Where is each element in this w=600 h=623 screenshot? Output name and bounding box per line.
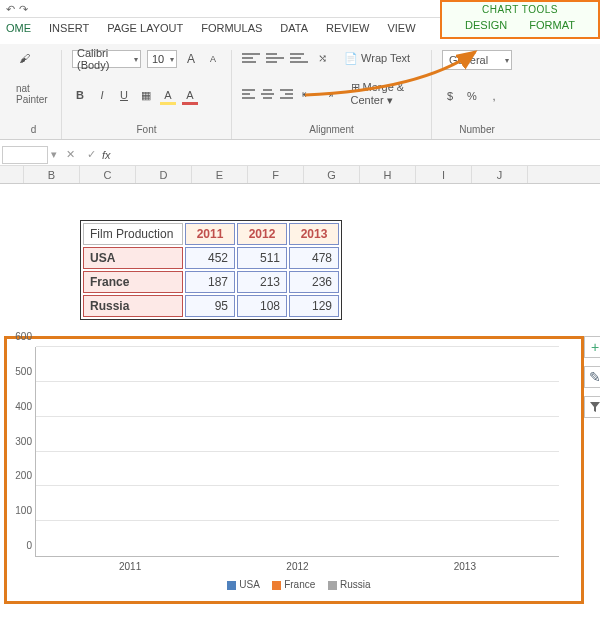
font-color-icon[interactable]: A bbox=[182, 87, 198, 103]
legend-swatch-russia bbox=[328, 581, 337, 590]
align-center-icon[interactable] bbox=[261, 87, 274, 101]
align-middle-icon[interactable] bbox=[266, 51, 284, 65]
tab-data[interactable]: DATA bbox=[280, 22, 308, 34]
ytick-300: 300 bbox=[8, 435, 32, 446]
col-j[interactable]: J bbox=[472, 166, 528, 183]
data-table[interactable]: Film Production 2011 2012 2013 USA 452 5… bbox=[80, 220, 342, 320]
formula-bar: ▾ ✕ ✓ fx bbox=[0, 144, 600, 166]
table-title-cell[interactable]: Film Production bbox=[83, 223, 183, 245]
alignment-group-label: Alignment bbox=[242, 122, 421, 139]
border-icon[interactable]: ▦ bbox=[138, 87, 154, 103]
column-headers: B C D E F G H I J bbox=[0, 166, 600, 184]
cell-france-2012[interactable]: 213 bbox=[237, 271, 287, 293]
format-painter-label: nat Painter bbox=[16, 83, 51, 105]
chart-tools-title: CHART TOOLS bbox=[442, 2, 598, 15]
tab-view[interactable]: VIEW bbox=[387, 22, 415, 34]
col-f[interactable]: F bbox=[248, 166, 304, 183]
cell-usa-2012[interactable]: 511 bbox=[237, 247, 287, 269]
font-name-select[interactable]: Calibri (Body) bbox=[72, 50, 141, 68]
year-2011-header[interactable]: 2011 bbox=[185, 223, 235, 245]
legend-russia: Russia bbox=[340, 579, 371, 590]
cell-usa-2013[interactable]: 478 bbox=[289, 247, 339, 269]
undo-icon[interactable]: ↶ bbox=[6, 3, 15, 16]
embedded-chart[interactable]: 100 200 300 400 500 600 0 2011 2012 2013… bbox=[4, 336, 584, 604]
decrease-indent-icon[interactable]: ⇤ bbox=[299, 86, 315, 102]
legend-usa: USA bbox=[239, 579, 259, 590]
cancel-formula-icon[interactable]: ✕ bbox=[60, 148, 81, 161]
ytick-200: 200 bbox=[8, 470, 32, 481]
cell-france-2011[interactable]: 187 bbox=[185, 271, 235, 293]
enter-formula-icon[interactable]: ✓ bbox=[81, 148, 102, 161]
col-h[interactable]: H bbox=[360, 166, 416, 183]
col-d[interactable]: D bbox=[136, 166, 192, 183]
comma-icon[interactable]: , bbox=[486, 88, 502, 104]
bold-button[interactable]: B bbox=[72, 87, 88, 103]
select-all-cell[interactable] bbox=[0, 166, 24, 183]
col-g[interactable]: G bbox=[304, 166, 360, 183]
col-i[interactable]: I bbox=[416, 166, 472, 183]
tab-insert[interactable]: INSERT bbox=[49, 22, 89, 34]
decrease-font-icon[interactable]: A bbox=[205, 51, 221, 67]
name-box[interactable] bbox=[2, 146, 48, 164]
tab-review[interactable]: REVIEW bbox=[326, 22, 369, 34]
fx-icon[interactable]: fx bbox=[102, 149, 111, 161]
merge-center-button[interactable]: ⊞ Merge & Center ▾ bbox=[351, 81, 421, 107]
ytick-600: 600 bbox=[8, 331, 32, 342]
worksheet-grid[interactable]: Film Production 2011 2012 2013 USA 452 5… bbox=[0, 184, 600, 336]
chart-styles-button[interactable]: ✎ bbox=[584, 366, 600, 388]
col-c[interactable]: C bbox=[80, 166, 136, 183]
increase-font-icon[interactable]: A bbox=[183, 51, 199, 67]
chart-filters-button[interactable] bbox=[584, 396, 600, 418]
year-2013-header[interactable]: 2013 bbox=[289, 223, 339, 245]
number-format-select[interactable]: General bbox=[442, 50, 512, 70]
country-russia[interactable]: Russia bbox=[83, 295, 183, 317]
country-france[interactable]: France bbox=[83, 271, 183, 293]
cell-usa-2011[interactable]: 452 bbox=[185, 247, 235, 269]
chart-plot-area[interactable]: 100 200 300 400 500 600 0 2011 2012 2013 bbox=[35, 347, 559, 557]
tab-format[interactable]: FORMAT bbox=[529, 19, 575, 31]
align-bottom-icon[interactable] bbox=[290, 51, 308, 65]
ytick-400: 400 bbox=[8, 400, 32, 411]
chart-tools-contextual-tab: CHART TOOLS DESIGN FORMAT bbox=[440, 0, 600, 39]
cell-russia-2012[interactable]: 108 bbox=[237, 295, 287, 317]
font-size-select[interactable]: 10 bbox=[147, 50, 177, 68]
xtick-2012: 2012 bbox=[219, 561, 376, 572]
col-e[interactable]: E bbox=[192, 166, 248, 183]
cell-russia-2011[interactable]: 95 bbox=[185, 295, 235, 317]
orientation-icon[interactable]: ⤭ bbox=[314, 50, 330, 66]
year-2012-header[interactable]: 2012 bbox=[237, 223, 287, 245]
percent-icon[interactable]: % bbox=[464, 88, 480, 104]
fill-color-icon[interactable]: A bbox=[160, 87, 176, 103]
cell-france-2013[interactable]: 236 bbox=[289, 271, 339, 293]
ribbon-tabs: OME INSERT PAGE LAYOUT FORMULAS DATA REV… bbox=[0, 22, 416, 34]
currency-icon[interactable]: $ bbox=[442, 88, 458, 104]
ytick-0: 0 bbox=[8, 540, 32, 551]
xtick-2011: 2011 bbox=[52, 561, 209, 572]
country-usa[interactable]: USA bbox=[83, 247, 183, 269]
table-row: France 187 213 236 bbox=[83, 271, 339, 293]
ytick-100: 100 bbox=[8, 505, 32, 516]
font-group-label: Font bbox=[72, 122, 221, 139]
cell-russia-2013[interactable]: 129 bbox=[289, 295, 339, 317]
tab-formulas[interactable]: FORMULAS bbox=[201, 22, 262, 34]
col-b[interactable]: B bbox=[24, 166, 80, 183]
tab-home[interactable]: OME bbox=[6, 22, 31, 34]
chart-elements-button[interactable]: + bbox=[584, 336, 600, 358]
merge-center-label: Merge & Center bbox=[351, 81, 405, 106]
legend-france: France bbox=[284, 579, 315, 590]
tab-page-layout[interactable]: PAGE LAYOUT bbox=[107, 22, 183, 34]
increase-indent-icon[interactable]: ⇥ bbox=[321, 86, 337, 102]
format-painter-icon[interactable]: 🖌 bbox=[16, 50, 32, 66]
legend-swatch-france bbox=[272, 581, 281, 590]
legend-swatch-usa bbox=[227, 581, 236, 590]
italic-button[interactable]: I bbox=[94, 87, 110, 103]
align-left-icon[interactable] bbox=[242, 87, 255, 101]
ytick-500: 500 bbox=[8, 365, 32, 376]
underline-button[interactable]: U bbox=[116, 87, 132, 103]
name-box-dropdown-icon[interactable]: ▾ bbox=[48, 148, 60, 161]
align-right-icon[interactable] bbox=[280, 87, 293, 101]
wrap-text-button[interactable]: 📄 Wrap Text bbox=[344, 52, 410, 65]
tab-design[interactable]: DESIGN bbox=[465, 19, 507, 31]
redo-icon[interactable]: ↷ bbox=[19, 3, 28, 16]
align-top-icon[interactable] bbox=[242, 51, 260, 65]
